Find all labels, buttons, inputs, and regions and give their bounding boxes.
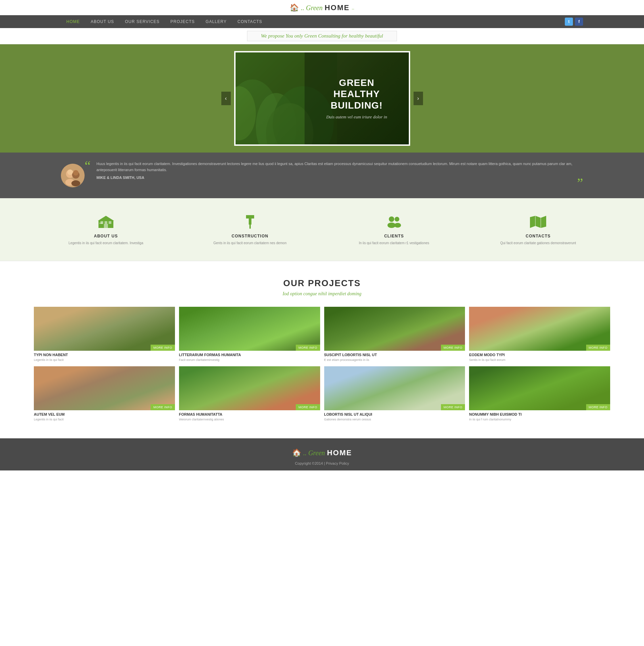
project-card-7: MORE INFO NONUMMY NIBH EUISMOD TI In iis… — [469, 366, 610, 422]
nav-item-services[interactable]: OUR SERVICES — [119, 15, 165, 28]
more-info-button-1[interactable]: MORE INFO — [296, 345, 320, 351]
svg-rect-20 — [99, 223, 103, 224]
avatar-svg — [61, 164, 85, 187]
carousel-prev-button[interactable]: ‹ — [221, 92, 231, 105]
project-title-1: LITTERARUM FORMAS HUMANITA — [179, 353, 320, 357]
nav-link-projects[interactable]: PROJECTS — [165, 15, 200, 28]
project-desc-2: E est etiam processuagentis in iis — [324, 358, 465, 362]
project-thumb-7: MORE INFO — [469, 366, 610, 410]
svg-rect-19 — [99, 223, 103, 223]
twitter-icon[interactable]: t — [565, 18, 573, 26]
carousel-next-button[interactable]: › — [414, 92, 423, 105]
project-title-5: FORMAS HUMANITATTA — [179, 412, 320, 416]
nav-link-contacts[interactable]: CONTACTS — [232, 15, 268, 28]
more-info-button-6[interactable]: MORE INFO — [441, 404, 465, 410]
project-title-4: AUTEM VEL EUM — [34, 412, 175, 416]
more-info-button-5[interactable]: MORE INFO — [296, 404, 320, 410]
house-icon-svg — [98, 216, 114, 228]
feature-about-us: ABOUT US Legentis in iis qui facit eorum… — [34, 210, 178, 249]
logo-green-text: .. Green — [301, 4, 323, 12]
map-icon-svg — [530, 216, 546, 228]
testimonial-content: “ Huus legentis in iis qui facit eorum c… — [91, 161, 583, 190]
hero-inner: ‹ GREEN HEALTHY BUILDING! Duis autem vel… — [234, 51, 410, 146]
project-card-4: MORE INFO AUTEM VEL EUM Legentis in iis … — [34, 366, 175, 422]
footer-logo-green: .. Green — [303, 449, 325, 457]
feature-clients: CLIENTS In iis qui facit eorum claritate… — [322, 210, 466, 249]
project-thumb-3: MORE INFO — [469, 307, 610, 351]
logo[interactable]: 🏠 .. Green HOME .. — [290, 3, 354, 12]
svg-rect-16 — [105, 221, 107, 224]
project-desc-5: Weiorum claritaternvestig ationes — [179, 417, 320, 422]
project-thumb-6: MORE INFO — [324, 366, 465, 410]
more-info-button-7[interactable]: MORE INFO — [586, 404, 610, 410]
project-thumb-4: MORE INFO — [34, 366, 175, 410]
quote-open-icon: “ — [85, 159, 91, 173]
footer-logo[interactable]: 🏠 .. Green HOME — [292, 448, 352, 457]
nav-link-home[interactable]: HOME — [61, 15, 85, 28]
project-card-2: MORE INFO SUSCIPIT LOBORTIS NISL UT E es… — [324, 307, 465, 362]
svg-rect-23 — [249, 225, 251, 229]
site-header: 🏠 .. Green HOME .. — [0, 0, 644, 15]
quote-close-icon: ” — [577, 176, 583, 190]
feature-construction-icon — [185, 213, 315, 230]
projects-grid: MORE INFO TYPI NON HABENT Legentis in ii… — [34, 307, 610, 421]
project-title-7: NONUMMY NIBH EUISMOD TI — [469, 412, 610, 416]
feature-construction: CONSTRUCTION Gents in iis qui facit eoru… — [178, 210, 322, 249]
svg-marker-14 — [98, 216, 114, 221]
nav-link-services[interactable]: OUR SERVICES — [119, 15, 165, 28]
nav-links: HOME ABOUT US OUR SERVICES PROJECTS GALL… — [61, 15, 268, 28]
nav-item-about[interactable]: ABOUT US — [85, 15, 119, 28]
nav-item-projects[interactable]: PROJECTS — [165, 15, 200, 28]
nav-item-gallery[interactable]: GALLERY — [200, 15, 232, 28]
banner-text: We propose You only Green Consulting for… — [247, 31, 397, 41]
logo-dots: .. — [352, 5, 354, 10]
project-thumb-5: MORE INFO — [179, 366, 320, 410]
feature-contacts-title: CONTACTS — [473, 234, 603, 238]
projects-title: OUR PROJECTS — [34, 278, 610, 289]
project-desc-6: Gationes demonstra verum cessus — [324, 417, 465, 422]
feature-contacts: CONTACTS Qui facit eorum claritate gatio… — [466, 210, 610, 249]
more-info-button-3[interactable]: MORE INFO — [586, 345, 610, 351]
testimonial-author: MIKE & LINDA SMITH, USA — [91, 176, 583, 180]
project-card-5: MORE INFO FORMAS HUMANITATTA Weiorum cla… — [179, 366, 320, 422]
footer-logo-house-icon: 🏠 — [292, 448, 301, 457]
project-thumb-0: MORE INFO — [34, 307, 175, 351]
main-nav: HOME ABOUT US OUR SERVICES PROJECTS GALL… — [0, 15, 644, 28]
projects-section: OUR PROJECTS Iod option congue nihil imp… — [0, 261, 644, 438]
svg-point-24 — [389, 216, 394, 222]
nav-item-home[interactable]: HOME — [61, 15, 85, 28]
project-title-3: EODEM MODO TYPI — [469, 353, 610, 357]
feature-construction-desc: Gents in iis qui facit eorum claritatem … — [185, 240, 315, 246]
svg-point-27 — [394, 223, 401, 228]
nav-link-gallery[interactable]: GALLERY — [200, 15, 232, 28]
hero-text-overlay: GREEN HEALTHY BUILDING! Duis autem vel e… — [305, 52, 408, 144]
svg-rect-17 — [109, 221, 111, 224]
svg-point-10 — [71, 180, 80, 186]
testimonial-text: Huus legentis in iis qui facit eorum cla… — [91, 161, 583, 173]
nav-item-contacts[interactable]: CONTACTS — [232, 15, 268, 28]
facebook-icon[interactable]: f — [575, 18, 583, 26]
features-section: ABOUT US Legentis in iis qui facit eorum… — [0, 198, 644, 261]
feature-clients-title: CLIENTS — [329, 234, 460, 238]
more-info-button-2[interactable]: MORE INFO — [441, 345, 465, 351]
project-title-2: SUSCIPIT LOBORTIS NISL UT — [324, 353, 465, 357]
project-desc-3: Sentis in iis qui facit eorum — [469, 358, 610, 362]
project-thumb-2: MORE INFO — [324, 307, 465, 351]
social-icons: t f — [565, 18, 583, 26]
svg-point-12 — [73, 170, 79, 176]
more-info-button-0[interactable]: MORE INFO — [151, 345, 175, 351]
project-card-0: MORE INFO TYPI NON HABENT Legentis in ii… — [34, 307, 175, 362]
project-desc-1: Facit eorum claritateminvestig — [179, 358, 320, 362]
project-title-6: LOBORTIS NISL UT ALIQUI — [324, 412, 465, 416]
svg-point-11 — [67, 169, 73, 175]
nav-link-about[interactable]: ABOUT US — [85, 15, 119, 28]
hero-section: ‹ GREEN HEALTHY BUILDING! Duis autem vel… — [0, 44, 644, 153]
logo-home-text: HOME — [325, 3, 350, 12]
footer-copyright: Copyright ©2014 | Privacy Policy — [0, 461, 644, 465]
more-info-button-4[interactable]: MORE INFO — [151, 404, 175, 410]
project-desc-0: Legentis in iis qui facit — [34, 358, 175, 362]
feature-clients-desc: In iis qui facit eorum claritatem r1 ves… — [329, 240, 460, 246]
svg-rect-22 — [246, 215, 254, 218]
project-desc-4: Legentis in iis qui facit — [34, 417, 175, 422]
svg-marker-28 — [530, 216, 546, 228]
